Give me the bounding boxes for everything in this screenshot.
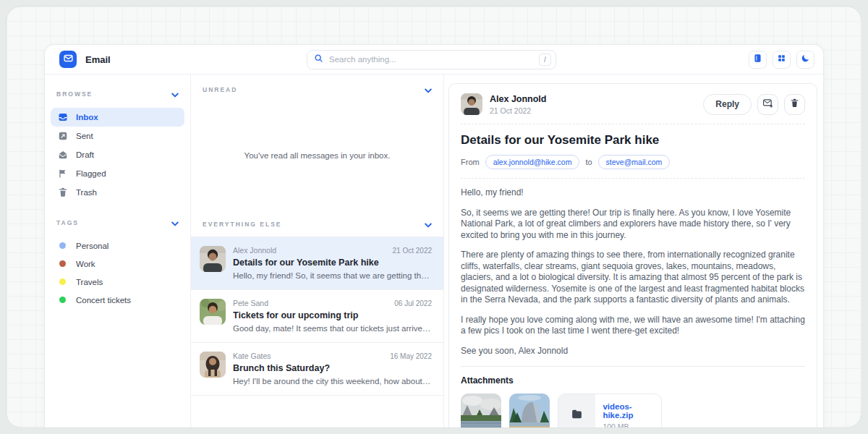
- tag-label: Travels: [76, 278, 103, 286]
- mail-sender: Pete Sand: [233, 299, 268, 307]
- chevron-down-icon[interactable]: [171, 88, 179, 101]
- mail-preview: Good day, mate! It seems that our ticket…: [233, 324, 432, 333]
- chevron-down-icon[interactable]: [425, 83, 432, 96]
- mail-subject: Brunch this Saturday?: [233, 363, 432, 373]
- sidebar-item-trash[interactable]: Trash: [51, 183, 184, 202]
- mail-list-item[interactable]: Alex Jonnold 21 Oct 2022 Details for our…: [191, 237, 443, 289]
- to-email-chip[interactable]: steve@mail.com: [598, 155, 671, 169]
- page-background: Email /: [6, 6, 862, 428]
- body-paragraph: I really hope you love coming along with…: [461, 315, 805, 337]
- tag-color-dot: [59, 297, 66, 303]
- mail-detail-panel: Alex Jonnold 21 Oct 2022 Reply: [444, 75, 823, 428]
- divider: [461, 366, 805, 367]
- inbox-icon: [58, 112, 68, 122]
- topbar-actions: [749, 51, 814, 69]
- tag-color-dot: [59, 242, 66, 249]
- dark-mode-button[interactable]: [796, 51, 814, 69]
- browse-section-header[interactable]: BROWSE: [45, 83, 190, 105]
- tag-label: Work: [76, 260, 95, 268]
- search-icon: [314, 53, 323, 66]
- everything-else-section-header[interactable]: EVERYTHING ELSE: [191, 209, 443, 237]
- mail-date: 06 Jul 2022: [394, 299, 432, 307]
- attachment-file-name[interactable]: videos-hike.zip: [603, 402, 654, 420]
- avatar: [200, 299, 226, 325]
- delete-button[interactable]: [784, 94, 805, 115]
- app-title: Email: [85, 54, 111, 65]
- mail-detail-card: Alex Jonnold 21 Oct 2022 Reply: [448, 83, 817, 428]
- main-content: BROWSE Inbox: [45, 75, 823, 428]
- divider: [461, 178, 805, 179]
- everything-else-label: EVERYTHING ELSE: [203, 221, 282, 228]
- mail-subject: Tickets for our upcoming trip: [233, 310, 432, 320]
- search-bar[interactable]: /: [307, 50, 556, 69]
- reply-button[interactable]: Reply: [703, 94, 752, 115]
- mail-date: 21 Oct 2022: [393, 247, 432, 255]
- chevron-down-icon[interactable]: [425, 218, 432, 231]
- attachment-photo-half-dome[interactable]: [509, 393, 550, 428]
- mail-list-item[interactable]: Pete Sand 06 Jul 2022 Tickets for our up…: [191, 289, 443, 342]
- mail-list-item[interactable]: Kate Gates 16 May 2022 Brunch this Satur…: [191, 342, 443, 396]
- mail-body: Hello, my friend! So, it seems we are ge…: [461, 187, 805, 357]
- folder-icon: [558, 394, 595, 428]
- sidebar-item-sent[interactable]: Sent: [51, 127, 184, 145]
- tag-item-work[interactable]: Work: [51, 255, 184, 273]
- sidebar-item-inbox[interactable]: Inbox: [51, 108, 184, 127]
- draft-icon: [58, 150, 68, 160]
- mail-sender: Alex Jonnold: [233, 246, 276, 255]
- tags-section-header[interactable]: TAGS: [45, 212, 190, 234]
- topbar: Email /: [45, 45, 823, 75]
- mail-date: 16 May 2022: [390, 352, 432, 360]
- detail-sender-name: Alex Jonnold: [490, 94, 546, 104]
- sidebar-item-label: Inbox: [76, 113, 98, 122]
- trash-icon: [58, 187, 68, 197]
- search-shortcut-badge: /: [539, 54, 551, 66]
- mail-preview: Hey! I'll be around the city this weeken…: [233, 377, 432, 386]
- sidebar-item-flagged[interactable]: Flagged: [51, 164, 184, 183]
- tag-item-concert-tickets[interactable]: Concert tickets: [51, 291, 184, 309]
- mail-list-panel: UNREAD You've read all messages in your …: [191, 75, 444, 428]
- from-email-chip[interactable]: alex.jonnold@hike.com: [485, 155, 580, 169]
- sent-icon: [58, 131, 68, 141]
- envelope-plus-icon: [762, 98, 773, 111]
- envelope-icon: [64, 53, 73, 66]
- sidebar-item-label: Flagged: [76, 169, 106, 178]
- attachments-label: Attachments: [461, 375, 805, 386]
- app-logo: [59, 51, 77, 68]
- tags-list: Personal Work Travels Concert tickets: [45, 234, 190, 309]
- detail-meta: From alex.jonnold@hike.com to steve@mail…: [461, 155, 805, 169]
- sidebar: BROWSE Inbox: [45, 75, 191, 428]
- body-paragraph: So, it seems we are getting there! Our t…: [461, 208, 805, 242]
- tag-item-personal[interactable]: Personal: [51, 237, 184, 255]
- book-icon: [753, 53, 762, 66]
- mail-preview: Hello, my friend! So, it seems that we a…: [233, 271, 432, 280]
- attachment-file-card[interactable]: videos-hike.zip 100 MB: [558, 393, 662, 428]
- detail-subject: Details for our Yosemite Park hike: [461, 133, 805, 148]
- chevron-down-icon[interactable]: [171, 216, 179, 229]
- body-paragraph: See you soon, Alex Jonnold: [461, 346, 805, 357]
- flag-icon: [58, 169, 68, 179]
- body-paragraph: There are plenty of amazing things to se…: [461, 250, 805, 306]
- tag-label: Concert tickets: [76, 296, 131, 305]
- from-label: From: [461, 158, 480, 166]
- apps-grid-button[interactable]: [773, 51, 791, 69]
- sidebar-item-label: Sent: [76, 132, 93, 140]
- unread-label: UNREAD: [203, 86, 237, 93]
- tag-item-travels[interactable]: Travels: [51, 273, 184, 291]
- avatar: [200, 246, 226, 272]
- forward-button[interactable]: [757, 94, 778, 115]
- email-app-window: Email /: [44, 44, 824, 428]
- body-paragraph: Hello, my friend!: [461, 187, 805, 199]
- attachment-photo-yosemite-valley[interactable]: [461, 393, 501, 428]
- sidebar-item-label: Draft: [76, 150, 94, 159]
- avatar: [200, 352, 226, 378]
- reading-list-button[interactable]: [749, 51, 767, 69]
- detail-date: 21 Oct 2022: [490, 106, 546, 115]
- unread-section-header[interactable]: UNREAD: [191, 75, 443, 102]
- tag-color-dot: [59, 278, 66, 285]
- sidebar-item-draft[interactable]: Draft: [51, 145, 184, 164]
- browse-nav: Inbox Sent Draft: [45, 105, 190, 202]
- search-input[interactable]: [329, 55, 533, 64]
- avatar: [461, 93, 482, 115]
- trash-icon: [790, 98, 799, 111]
- to-label: to: [585, 158, 592, 166]
